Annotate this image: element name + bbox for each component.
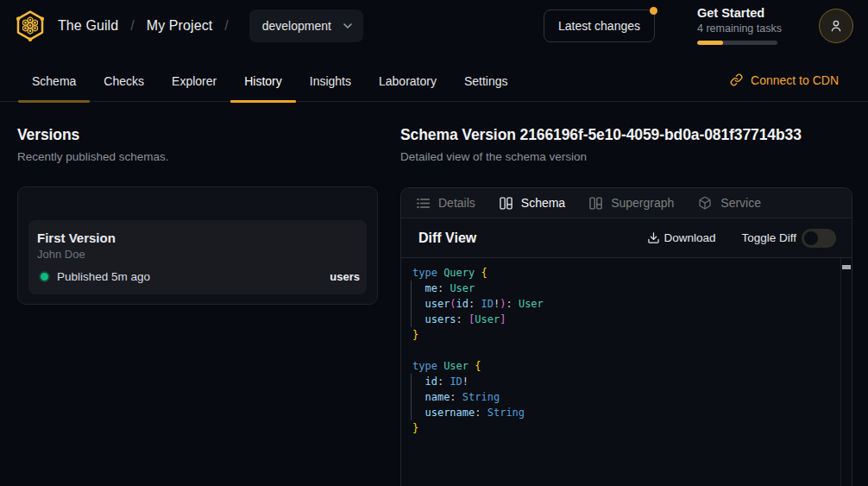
version-list-item[interactable]: First Version John Doe Published 5m ago … xyxy=(28,220,367,294)
code-line: type Query { xyxy=(412,265,852,281)
panels-icon xyxy=(500,197,513,210)
get-started-subtitle: 4 remaining tasks xyxy=(697,22,777,35)
code-line: name: String xyxy=(412,389,852,405)
code-line xyxy=(412,343,852,358)
detail-tabstrip: Details Schema xyxy=(401,188,852,218)
box-icon xyxy=(698,196,712,210)
detail-tab-label: Schema xyxy=(521,196,565,210)
code-line: users: [User] xyxy=(412,312,852,327)
versions-title: Versions xyxy=(17,125,378,144)
version-detail-subtitle: Detailed view of the schema version xyxy=(400,150,852,164)
toggle-diff-switch[interactable] xyxy=(802,229,836,248)
code-line: user(id: ID!): User xyxy=(412,296,852,312)
version-detail-section: Schema Version 2166196f-5e10-4059-bd0a-0… xyxy=(400,125,852,486)
nav-tab-settings[interactable]: Settings xyxy=(450,60,522,102)
nav-tab-label: Settings xyxy=(464,74,508,88)
detail-tab-label: Details xyxy=(438,196,475,210)
main-content: Versions Recently published schemas. Fir… xyxy=(0,102,868,486)
code-line: id: ID! xyxy=(412,374,852,389)
list-icon xyxy=(417,197,430,210)
environment-select-value: development xyxy=(262,19,331,33)
versions-subtitle: Recently published schemas. xyxy=(17,150,378,164)
panels-icon xyxy=(589,197,602,210)
diff-view-title: Diff View xyxy=(418,230,476,246)
nav-tab-label: Schema xyxy=(32,74,76,88)
user-avatar[interactable] xyxy=(819,9,853,43)
breadcrumb-org[interactable]: The Guild xyxy=(58,18,118,34)
nav-tab-explorer[interactable]: Explorer xyxy=(158,60,230,102)
indent-guide xyxy=(411,281,412,327)
download-button[interactable]: Download xyxy=(647,231,715,244)
connect-to-cdn-link[interactable]: Connect to CDN xyxy=(730,73,839,87)
versions-section: Versions Recently published schemas. Fir… xyxy=(17,125,378,486)
latest-changes-button[interactable]: Latest changes xyxy=(544,9,655,42)
project-nav: Schema Checks Explorer History Insights … xyxy=(0,52,868,102)
version-detail-panel: Details Schema xyxy=(400,187,852,486)
download-icon xyxy=(647,231,660,244)
code-line: username: String xyxy=(412,405,852,420)
detail-tab-service[interactable]: Service xyxy=(686,188,773,218)
notification-dot xyxy=(650,7,657,15)
editor-scrollbar[interactable] xyxy=(840,258,852,486)
get-started-progressbar xyxy=(697,41,777,45)
version-author: John Doe xyxy=(37,248,360,261)
chevron-down-icon xyxy=(343,23,352,28)
nav-tab-checks[interactable]: Checks xyxy=(90,60,158,102)
tab-indicator-muted xyxy=(18,100,90,103)
scrollbar-thumb[interactable] xyxy=(842,265,851,269)
latest-changes-label: Latest changes xyxy=(558,19,640,33)
nav-tab-label: History xyxy=(244,74,282,88)
toggle-knob xyxy=(804,231,818,245)
versions-list-card: First Version John Doe Published 5m ago … xyxy=(17,186,378,305)
code-line: me: User xyxy=(412,281,852,296)
connect-to-cdn-label: Connect to CDN xyxy=(751,73,839,87)
tab-indicator-active xyxy=(230,100,296,103)
toggle-diff-label: Toggle Diff xyxy=(741,231,796,244)
nav-tab-label: Explorer xyxy=(172,74,217,88)
nav-tab-laboratory[interactable]: Laboratory xyxy=(365,60,450,102)
detail-tab-schema[interactable]: Schema xyxy=(487,188,577,218)
code-editor[interactable]: type Query { me: User user(id: ID!): Use… xyxy=(401,258,852,486)
download-label: Download xyxy=(664,231,715,244)
top-header: The Guild / My Project / development Lat… xyxy=(0,0,868,52)
nav-tab-label: Laboratory xyxy=(379,74,437,88)
version-status-row: Published 5m ago users xyxy=(37,270,360,283)
code-line: } xyxy=(412,420,852,436)
nav-tab-history[interactable]: History xyxy=(230,60,296,102)
code-line: type User { xyxy=(412,358,852,374)
code-block: type Query { me: User user(id: ID!): Use… xyxy=(401,258,852,436)
detail-tab-details[interactable]: Details xyxy=(417,188,487,218)
environment-select[interactable]: development xyxy=(249,9,363,42)
breadcrumb-project[interactable]: My Project xyxy=(147,18,213,34)
version-detail-title: Schema Version 2166196f-5e10-4059-bd0a-0… xyxy=(400,125,852,144)
breadcrumb-separator: / xyxy=(130,18,134,34)
get-started-title: Get Started xyxy=(697,7,777,20)
version-status-text: Published 5m ago xyxy=(57,270,150,283)
person-icon xyxy=(828,18,844,34)
breadcrumb-separator-2: / xyxy=(224,18,228,34)
hive-logo-icon[interactable] xyxy=(16,9,45,43)
get-started-widget[interactable]: Get Started 4 remaining tasks xyxy=(697,7,777,45)
code-line: } xyxy=(412,327,852,343)
nav-tab-schema[interactable]: Schema xyxy=(18,60,90,102)
detail-tab-label: Supergraph xyxy=(611,196,674,210)
diff-view-header: Diff View Download Toggle Diff xyxy=(401,218,852,258)
indent-guide xyxy=(411,374,412,420)
detail-tab-label: Service xyxy=(720,196,761,210)
link-icon xyxy=(730,73,743,86)
nav-tab-label: Insights xyxy=(310,74,351,88)
version-name: First Version xyxy=(37,230,360,245)
detail-tab-supergraph[interactable]: Supergraph xyxy=(577,188,686,218)
get-started-progress-fill xyxy=(697,41,723,45)
published-status-dot xyxy=(41,273,48,281)
nav-tab-label: Checks xyxy=(104,74,144,88)
version-service-badge: users xyxy=(330,270,360,283)
nav-tab-insights[interactable]: Insights xyxy=(296,60,365,102)
